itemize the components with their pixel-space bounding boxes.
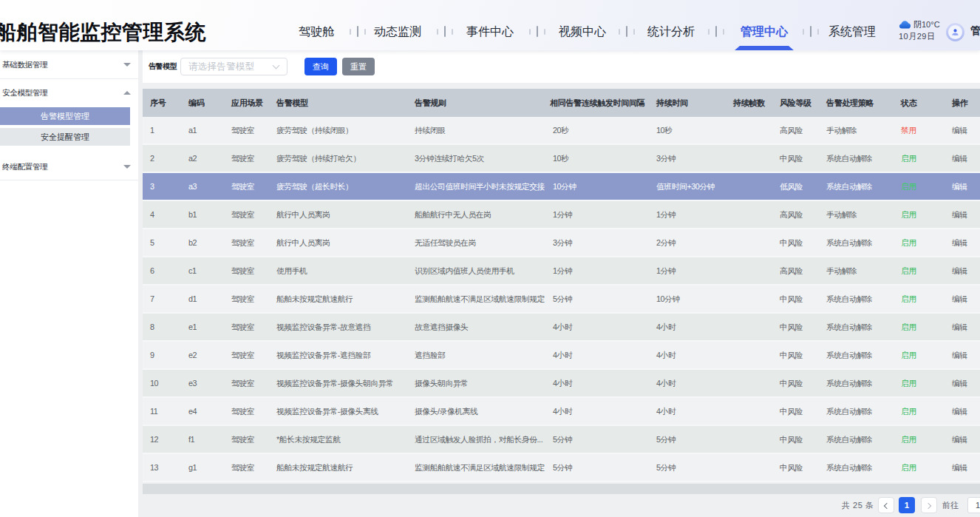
table-row[interactable]: 2a2驾驶室疲劳驾驶（持续打哈欠）3分钟连续打哈欠5次10秒3分钟中风险系统自动… xyxy=(143,145,980,173)
sidebar-item[interactable]: 安全提醒管理 xyxy=(0,128,130,146)
prev-page-button[interactable] xyxy=(878,497,894,513)
edit-link[interactable]: 编辑 xyxy=(945,173,980,200)
cell: f1 xyxy=(181,426,224,453)
person-icon xyxy=(951,28,959,36)
search-button[interactable]: 查询 xyxy=(304,58,337,75)
cell: 驾驶室 xyxy=(224,229,269,256)
cell: 监测船舶航速不满足区域航速限制规定 xyxy=(407,454,542,481)
cell: 中风险 xyxy=(772,426,819,453)
nav-item-6-active[interactable]: 管理中心 xyxy=(741,24,788,40)
cell: 2分钟 xyxy=(649,229,726,256)
cell: 4小时 xyxy=(649,398,726,425)
edit-link[interactable]: 编辑 xyxy=(945,145,980,172)
app-root: { "app": { "title": "船舶智能监控管理系统" }, "hea… xyxy=(0,0,980,517)
filter-label: 告警模型 xyxy=(149,50,177,83)
table-row[interactable]: 1a1驾驶室疲劳驾驶（持续闭眼）持续闭眼20秒10秒高风险手动解除禁用编辑 xyxy=(143,117,980,145)
cell: 驾驶室 xyxy=(224,454,269,481)
nav-separator xyxy=(350,26,366,37)
edit-link[interactable]: 编辑 xyxy=(945,454,980,481)
cell: 疲劳驾驶（持续打哈欠） xyxy=(269,145,407,172)
sidebar-group-3[interactable]: 终端配置管理 xyxy=(0,152,138,180)
cell: e3 xyxy=(181,370,224,396)
sidebar-group-label: 终端配置管理 xyxy=(2,162,47,171)
column-header-10: 告警处理策略 xyxy=(819,89,894,117)
sidebar-group-2[interactable]: 安全模型管理 xyxy=(0,79,138,107)
table-row[interactable]: 11e4驾驶室视频监控设备异常-摄像头离线摄像头/录像机离线4小时4小时中风险系… xyxy=(143,398,980,426)
cell: 1分钟 xyxy=(649,201,726,228)
table-row[interactable]: 12f1驾驶室*船长未按规定监航通过区域触发人脸抓拍，对船长身份...5分钟5分… xyxy=(143,426,980,454)
edit-link[interactable]: 编辑 xyxy=(945,285,980,312)
cell: 11 xyxy=(143,398,181,425)
goto-page-input[interactable]: 1 xyxy=(967,497,980,513)
cell: 系统自动解除 xyxy=(819,145,894,172)
table-row[interactable]: 6c1驾驶室使用手机识别区域内值班人员使用手机1分钟1分钟高风险手动解除启用编辑 xyxy=(143,257,980,285)
edit-link[interactable]: 编辑 xyxy=(945,342,980,368)
cell xyxy=(726,201,772,228)
table-row[interactable]: 7d1驾驶室船舶未按规定航速航行监测船舶航速不满足区域航速限制规定5分钟10分钟… xyxy=(143,285,980,314)
table-row[interactable]: 8e1驾驶室视频监控设备异常-故意遮挡故意遮挡摄像头4小时4小时中风险系统自动解… xyxy=(143,314,980,342)
cell: 1分钟 xyxy=(649,257,726,284)
table-row[interactable]: 4b1驾驶室航行中人员离岗船舶航行中无人员在岗1分钟1分钟高风险手动解除启用编辑 xyxy=(143,201,980,229)
page-number-active[interactable]: 1 xyxy=(899,497,915,513)
cell: 1分钟 xyxy=(542,201,649,228)
cell: 4 xyxy=(143,201,181,228)
nav-separator xyxy=(619,26,635,37)
cell: 中风险 xyxy=(772,314,819,340)
cell: 2 xyxy=(143,145,181,172)
edit-link[interactable]: 编辑 xyxy=(945,257,980,284)
edit-link[interactable]: 编辑 xyxy=(945,201,980,228)
nav-separator xyxy=(437,26,453,37)
status-badge: 启用 xyxy=(894,398,945,425)
table-row[interactable]: 10e3驾驶室视频监控设备异常-摄像头朝向异常摄像头朝向异常4小时4小时中风险系… xyxy=(143,370,980,398)
user-avatar[interactable] xyxy=(946,23,964,41)
filter-table-gap xyxy=(143,83,980,89)
cell: 低风险 xyxy=(772,173,819,200)
edit-link[interactable]: 编辑 xyxy=(945,229,980,256)
sidebar-group-1[interactable]: 基础数据管理 xyxy=(0,50,138,79)
edit-link[interactable]: 编辑 xyxy=(945,426,980,453)
cell: 手动解除 xyxy=(819,257,894,284)
column-header-9: 风险等级 xyxy=(772,89,819,117)
edit-link[interactable]: 编辑 xyxy=(945,370,980,396)
cell: 5分钟 xyxy=(542,285,649,312)
cell: 中风险 xyxy=(772,370,819,396)
cell: 系统自动解除 xyxy=(819,173,894,200)
nav-item-4[interactable]: 视频中心 xyxy=(559,24,606,40)
nav-item-3[interactable]: 事件中心 xyxy=(466,24,514,40)
nav-active-underline xyxy=(735,46,794,50)
next-page-button[interactable] xyxy=(921,497,937,513)
column-header-4: 告警模型 xyxy=(269,89,407,117)
table-row[interactable]: 5b2驾驶室航行中人员离岗无适任驾驶员在岗3分钟2分钟中风险系统自动解除启用编辑 xyxy=(143,229,980,257)
nav-item-1[interactable]: 驾驶舱 xyxy=(299,24,334,40)
sidebar-item-active[interactable]: 告警模型管理 xyxy=(0,107,130,125)
table-row[interactable]: 9e2驾驶室视频监控设备异常-遮挡脸部遮挡脸部4小时4小时中风险系统自动解除启用… xyxy=(143,342,980,370)
cell: 4小时 xyxy=(649,342,726,368)
app-title: 船舶智能监控管理系统 xyxy=(0,18,206,47)
nav-item-5[interactable]: 统计分析 xyxy=(647,24,695,40)
horizontal-scrollbar[interactable] xyxy=(143,484,980,494)
edit-link[interactable]: 编辑 xyxy=(945,117,980,143)
cell: 10 xyxy=(143,370,181,396)
reset-button[interactable]: 重置 xyxy=(342,58,375,75)
cell: 视频监控设备异常-故意遮挡 xyxy=(269,314,407,340)
nav-item-7[interactable]: 系统管理 xyxy=(828,24,876,40)
cell: 10分钟 xyxy=(649,285,726,312)
edit-link[interactable]: 编辑 xyxy=(945,398,980,425)
alarm-model-table: 序号编码应用场景告警模型告警规则相同告警连续触发时间间隔持续时间持续帧数风险等级… xyxy=(143,89,980,482)
column-header-2: 编码 xyxy=(181,89,224,117)
nav-item-2[interactable]: 动态监测 xyxy=(374,24,421,40)
cell: 船舶未按规定航速航行 xyxy=(269,285,407,312)
status-badge: 启用 xyxy=(894,342,945,368)
alarm-model-select[interactable]: 请选择告警模型 xyxy=(180,58,287,75)
cell: 航行中人员离岗 xyxy=(269,229,407,256)
table-row-selected[interactable]: 3a3驾驶室疲劳驾驶（超长时长）超出公司值班时间半小时未按规定交接10分钟值班时… xyxy=(143,173,980,201)
cell: 系统自动解除 xyxy=(819,370,894,396)
cell xyxy=(726,257,772,284)
status-badge: 启用 xyxy=(894,370,945,396)
cell: 1 xyxy=(143,117,181,143)
user-name[interactable]: 管理员 xyxy=(970,24,980,38)
table-row[interactable]: 13g1驾驶室船舶未按规定航速航行监测船舶航速不满足区域航速限制规定5分钟5分钟… xyxy=(143,454,980,482)
edit-link[interactable]: 编辑 xyxy=(945,314,980,340)
weather-condition-temp: 阴10°C xyxy=(913,19,940,30)
cell: 视频监控设备异常-摄像头离线 xyxy=(269,398,407,425)
